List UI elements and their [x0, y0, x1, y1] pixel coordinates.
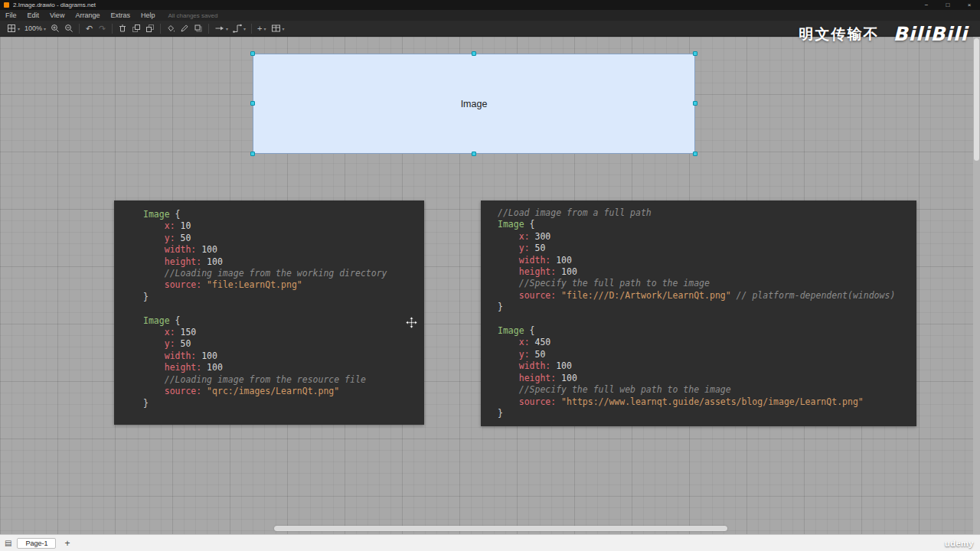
menu-extras[interactable]: Extras: [105, 11, 136, 19]
selection-handle-n[interactable]: [472, 51, 476, 56]
vertical-scrollbar-thumb[interactable]: [974, 38, 979, 161]
code-line: x: 450: [498, 337, 910, 348]
maximize-button[interactable]: □: [937, 0, 959, 10]
code-token: y:: [165, 233, 175, 243]
shadow-button[interactable]: [191, 22, 205, 35]
code-token: 100: [556, 360, 572, 371]
selection-handle-s[interactable]: [472, 152, 476, 156]
undo-button[interactable]: ↶: [83, 22, 96, 35]
minimize-button[interactable]: −: [916, 0, 937, 10]
zoom-dropdown[interactable]: 100% ▾: [22, 22, 48, 35]
menu-view[interactable]: View: [44, 11, 70, 19]
to-front-button[interactable]: [129, 22, 143, 35]
code-token: [143, 256, 165, 267]
delete-button[interactable]: [116, 22, 129, 35]
code-token: x:: [165, 220, 175, 231]
line-color-button[interactable]: [178, 22, 191, 35]
view-grid-icon: [7, 24, 16, 33]
code-line: [143, 303, 418, 315]
code-token: source:: [519, 290, 556, 301]
trash-icon: [118, 24, 127, 33]
code-token: [143, 279, 165, 290]
code-token: width:: [165, 244, 197, 255]
code-token: source:: [519, 396, 556, 407]
chevron-down-icon: ▾: [264, 26, 266, 31]
code-token: {: [524, 325, 535, 336]
code-line: }: [143, 292, 418, 303]
menu-help[interactable]: Help: [136, 11, 161, 19]
to-back-button[interactable]: [143, 22, 157, 35]
pages-icon[interactable]: ▤: [5, 539, 11, 547]
selection-handle-w[interactable]: [250, 101, 255, 106]
code-token: [143, 233, 165, 243]
redo-button[interactable]: ↷: [96, 22, 109, 35]
code-token: [498, 384, 519, 395]
waypoints-button[interactable]: ▾: [230, 22, 248, 35]
image-shape[interactable]: Image: [253, 54, 695, 154]
zoom-out-button[interactable]: [62, 22, 76, 35]
selection-handle-ne[interactable]: [693, 51, 697, 56]
code-line: y: 50: [143, 338, 418, 350]
code-token: [530, 231, 535, 242]
menubar: File Edit View Arrange Extras Help All c…: [0, 10, 980, 21]
code-token: [175, 233, 181, 243]
code-token: [498, 360, 519, 371]
diagram-canvas[interactable]: Image Image { x: 10 y: 50 width: 100 hei…: [0, 37, 980, 534]
zoom-in-button[interactable]: [48, 22, 62, 35]
bring-to-front-icon: [132, 24, 141, 33]
fill-color-button[interactable]: [164, 22, 178, 35]
code-shape-right[interactable]: //Load image from a full pathImage { x: …: [481, 201, 916, 426]
insert-button[interactable]: + ▾: [255, 22, 268, 35]
code-token: [498, 231, 519, 242]
selection-handle-se[interactable]: [693, 152, 697, 156]
selection-handle-nw[interactable]: [250, 51, 255, 56]
menu-edit[interactable]: Edit: [22, 11, 45, 19]
zoom-in-icon: [51, 24, 60, 33]
code-token: [731, 290, 737, 301]
selection-handle-e[interactable]: [693, 101, 697, 106]
code-token: width:: [519, 255, 551, 266]
code-token: 100: [201, 350, 217, 361]
close-button[interactable]: ×: [959, 0, 980, 10]
code-token: 50: [181, 233, 191, 243]
code-line: x: 300: [498, 231, 910, 243]
code-token: source:: [165, 386, 201, 396]
fill-color-icon: [166, 24, 175, 33]
save-status: All changes saved: [168, 12, 217, 19]
code-token: 300: [535, 231, 551, 242]
code-token: [530, 337, 535, 347]
menu-file[interactable]: File: [0, 11, 22, 19]
code-token: y:: [519, 243, 530, 253]
menu-arrange[interactable]: Arrange: [70, 11, 105, 19]
chevron-down-icon: ▾: [226, 26, 228, 31]
code-token: height:: [519, 266, 556, 277]
code-line: [498, 314, 910, 325]
code-token: //Load image from a full path: [498, 207, 652, 218]
image-shape-label: Image: [461, 99, 488, 109]
code-line: source: "https://www.learnqt.guide/asset…: [498, 396, 910, 408]
page-tab[interactable]: Page-1: [17, 538, 56, 549]
pencil-icon: [180, 24, 189, 33]
code-token: "file:///D:/Artwork/LearnQt.png": [561, 290, 731, 301]
code-token: y:: [519, 349, 530, 360]
code-token: {: [170, 315, 181, 326]
shadow-icon: [194, 24, 203, 33]
code-line: height: 100: [143, 362, 418, 373]
horizontal-scrollbar[interactable]: [274, 526, 727, 531]
view-button[interactable]: ▾: [5, 22, 22, 35]
code-token: source:: [165, 279, 201, 290]
code-shape-left[interactable]: Image { x: 10 y: 50 width: 100 height: 1…: [114, 201, 424, 425]
code-line: source: "file:///D:/Artwork/LearnQt.png"…: [498, 290, 910, 302]
add-page-button[interactable]: +: [61, 538, 73, 549]
vertical-scrollbar-track[interactable]: [973, 37, 980, 534]
code-token: Image: [143, 315, 170, 326]
code-token: // platform-dependent(windows): [737, 290, 896, 301]
selection-handle-sw[interactable]: [250, 152, 255, 156]
code-token: Image: [498, 219, 524, 230]
code-line: source: "file:LearnQt.png": [143, 279, 418, 291]
code-token: [143, 350, 165, 361]
table-button[interactable]: ▾: [269, 22, 287, 35]
code-token: {: [524, 219, 535, 230]
connection-button[interactable]: ▾: [212, 22, 230, 35]
code-line: //Specify the full web path to the image: [498, 384, 910, 396]
